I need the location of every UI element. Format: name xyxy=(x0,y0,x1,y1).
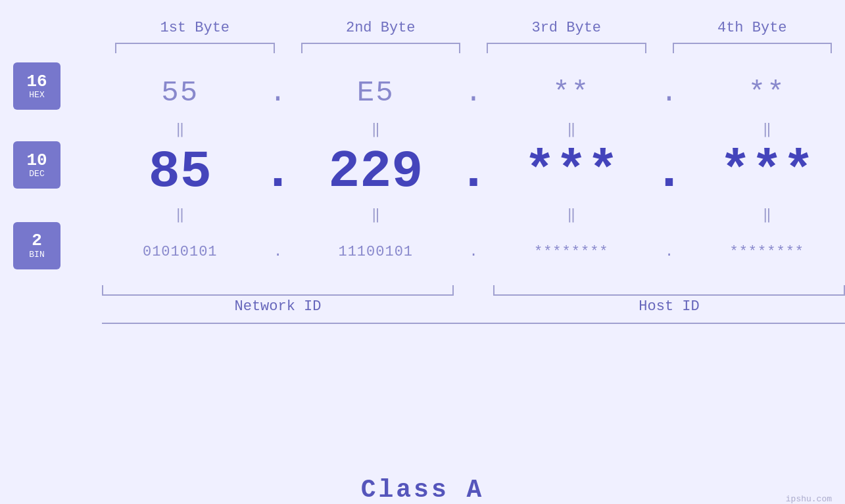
bracket-line-4 xyxy=(673,43,833,53)
id-dot-spacer xyxy=(454,298,493,315)
bin-val-1: 01010101 xyxy=(102,244,258,260)
equals-row-2: ‖ ‖ ‖ ‖ xyxy=(102,204,845,224)
bracket-1 xyxy=(102,43,288,53)
byte-label-3: 3rd Byte xyxy=(473,20,660,36)
network-bracket xyxy=(102,285,454,296)
byte-label-2: 2nd Byte xyxy=(288,20,474,36)
class-label-row: Class A ipshu.com xyxy=(0,476,845,504)
eq-dot-2-2 xyxy=(454,204,493,224)
full-bottom-line xyxy=(102,323,845,324)
base-labels-col: 16 HEX 10 DEC 2 BIN xyxy=(0,60,102,273)
bin-dot-2: . xyxy=(454,244,493,260)
dec-val-2: 229 xyxy=(298,142,454,202)
byte-labels-row: 1st Byte 2nd Byte 3rd Byte 4th Byte xyxy=(0,20,845,36)
dec-dot-2: . xyxy=(454,142,493,202)
hex-dot-3: . xyxy=(650,76,689,109)
dec-val-4: *** xyxy=(689,142,846,202)
equals-row-1: ‖ ‖ ‖ ‖ xyxy=(102,119,845,139)
hex-dot-2: . xyxy=(454,76,493,109)
bracket-4 xyxy=(660,43,846,53)
dec-row: 85 . 229 . *** . *** xyxy=(102,139,845,204)
bin-row: 01010101 . 11100101 . ******** . xyxy=(102,224,845,280)
bin-dot-3: . xyxy=(650,244,689,260)
main-container: 1st Byte 2nd Byte 3rd Byte 4th Byte 16 H… xyxy=(0,0,845,504)
byte-label-4: 4th Byte xyxy=(660,20,846,36)
hex-dot-1: . xyxy=(258,76,298,109)
dec-label: DEC xyxy=(29,170,44,179)
hex-label: HEX xyxy=(29,91,44,100)
watermark: ipshu.com xyxy=(786,494,832,504)
bottom-brackets-row xyxy=(102,285,845,296)
bracket-dot-spacer-1 xyxy=(454,285,493,296)
bracket-2 xyxy=(288,43,474,53)
bin-dot-1: . xyxy=(258,244,298,260)
hex-val-1: 55 xyxy=(102,76,258,109)
bin-badge: 2 BIN xyxy=(13,222,60,269)
data-cols: 55 . E5 . ** . ** xyxy=(102,60,845,324)
bin-label: BIN xyxy=(29,250,44,260)
eq-1-3: ‖ xyxy=(493,119,650,139)
dec-num: 10 xyxy=(26,151,47,170)
dec-val-1: 85 xyxy=(102,142,258,202)
eq-dot-1-3 xyxy=(650,119,689,139)
eq-dot-1-1 xyxy=(258,119,298,139)
id-labels-row: Network ID Host ID xyxy=(102,298,845,315)
eq-dot-2-1 xyxy=(258,204,298,224)
eq-1-4: ‖ xyxy=(689,119,846,139)
dec-dot-1: . xyxy=(258,142,298,202)
bracket-line-3 xyxy=(487,43,646,53)
host-id-label: Host ID xyxy=(493,298,845,315)
host-bracket xyxy=(493,285,845,296)
bin-num: 2 xyxy=(32,231,42,250)
dec-val-3: *** xyxy=(493,142,650,202)
network-id-label: Network ID xyxy=(102,298,454,315)
bin-val-4: ******** xyxy=(689,244,846,260)
bracket-line-2 xyxy=(301,43,461,53)
eq-dot-2-3 xyxy=(650,204,689,224)
eq-1-2: ‖ xyxy=(298,119,454,139)
hex-badge: 16 HEX xyxy=(13,62,60,110)
dec-badge: 10 DEC xyxy=(13,141,60,189)
eq-dot-1-2 xyxy=(454,119,493,139)
bracket-line-1 xyxy=(115,43,275,53)
hex-val-3: ** xyxy=(493,76,650,109)
hex-row: 55 . E5 . ** . ** xyxy=(102,66,845,119)
eq-1-1: ‖ xyxy=(102,119,258,139)
dec-dot-3: . xyxy=(650,142,689,202)
hex-val-2: E5 xyxy=(298,76,454,109)
bin-val-3: ******** xyxy=(493,244,650,260)
hex-num: 16 xyxy=(26,72,47,91)
byte-label-1: 1st Byte xyxy=(102,20,288,36)
eq-2-4: ‖ xyxy=(689,204,846,224)
class-label: Class A xyxy=(361,476,485,504)
eq-2-3: ‖ xyxy=(493,204,650,224)
bracket-3 xyxy=(473,43,660,53)
bin-val-2: 11100101 xyxy=(298,244,454,260)
top-brackets-row xyxy=(0,43,845,53)
hex-val-4: ** xyxy=(689,76,846,109)
eq-2-1: ‖ xyxy=(102,204,258,224)
eq-2-2: ‖ xyxy=(298,204,454,224)
